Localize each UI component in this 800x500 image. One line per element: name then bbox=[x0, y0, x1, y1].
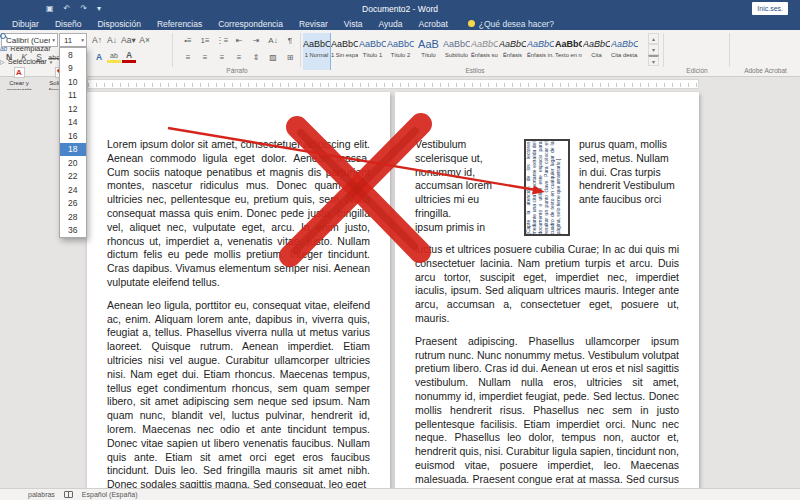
font-size-option-8[interactable]: 8 bbox=[60, 48, 86, 62]
adobe-group-label: Adobe Acrobat bbox=[731, 67, 800, 74]
font-size-dropdown[interactable]: 89101112141618202224262836 bbox=[59, 47, 87, 238]
style-card-3[interactable]: AaBbCTítulo 1 bbox=[359, 33, 386, 70]
quote-text-box[interactable]: [Capte la atención de los lectores media… bbox=[524, 139, 570, 236]
style-card-6[interactable]: AaBbCcDSubtítulo bbox=[443, 33, 470, 70]
clear-format-button[interactable]: A× bbox=[138, 33, 152, 47]
group-separator bbox=[729, 33, 730, 67]
decrease-indent-button[interactable]: ⇤ bbox=[231, 33, 247, 47]
style-card-12[interactable]: AaBbCcDcCita desta... bbox=[611, 33, 638, 70]
text-wrap-row: Vestibulum scelerisque ut, nonummy id, a… bbox=[415, 138, 679, 236]
font-size-combo[interactable]: 11 ▾ bbox=[59, 33, 87, 47]
font-size-option-36[interactable]: 36 bbox=[60, 224, 86, 238]
sort-button[interactable]: A↓ bbox=[265, 33, 281, 47]
style-card-4[interactable]: AaBbCcETítulo 2 bbox=[387, 33, 414, 70]
horizontal-ruler[interactable] bbox=[87, 79, 699, 89]
body-paragraph-3: luctus et ultrices posuere cubilia Curae… bbox=[415, 243, 679, 326]
font-family-combo[interactable]: Calibri (Cuerp ▾ bbox=[1, 33, 58, 47]
styles-scroll-down-button[interactable]: ▾ bbox=[648, 44, 659, 55]
style-card-9[interactable]: AaBbCcDcÉnfasis in... bbox=[527, 33, 554, 70]
tab-2-diseño[interactable]: Diseño bbox=[47, 17, 89, 30]
document-page-2[interactable]: Vestibulum scelerisque ut, nonummy id, a… bbox=[395, 92, 699, 488]
style-card-2[interactable]: AaBbCcDc1 Sin espa... bbox=[331, 33, 358, 70]
document-page-1[interactable]: Lorem ipsum dolor sit amet, consectetuer… bbox=[87, 92, 390, 488]
align-center-button[interactable]: ≡ bbox=[197, 50, 213, 64]
style-card-11[interactable]: AaBbCcDcCita bbox=[583, 33, 610, 70]
style-card-10[interactable]: AaBbCcDcTexto en n... bbox=[555, 33, 582, 70]
styles-gallery-more-button[interactable]: ▾ bbox=[648, 55, 659, 66]
tab-4-referencias[interactable]: Referencias bbox=[149, 17, 210, 30]
tab-6-revisar[interactable]: Revisar bbox=[291, 17, 336, 30]
undo-icon[interactable]: ↶ bbox=[64, 5, 71, 13]
font-size-option-26[interactable]: 26 bbox=[60, 197, 86, 211]
style-preview: AaBbCcDc bbox=[331, 34, 358, 52]
styles-scroll-up-button[interactable]: ▴ bbox=[648, 33, 659, 44]
paragraph-row2-buttons: ≡≡≡≡⇕▨⊞ bbox=[180, 50, 298, 64]
font-size-option-24[interactable]: 24 bbox=[60, 183, 86, 197]
word-window: ▣↶↷▾ Documento2 - Word Inic.ses. Dibujar… bbox=[0, 0, 800, 500]
style-card-7[interactable]: AaBbCcDcÉnfasis sutil bbox=[471, 33, 498, 70]
style-preview: AaBbCcDc bbox=[499, 34, 526, 52]
style-card-5[interactable]: AaBTítulo bbox=[415, 33, 442, 70]
tell-me-label: ¿Qué desea hacer? bbox=[479, 19, 554, 29]
underline-button[interactable]: S bbox=[32, 50, 46, 64]
styles-gallery-scrollbar: ▴ ▾ ▾ bbox=[648, 33, 659, 66]
redo-icon[interactable]: ↷ bbox=[80, 5, 87, 13]
style-preview: AaBbCcDc bbox=[303, 34, 330, 52]
tab-3-disposición[interactable]: Disposición bbox=[89, 17, 148, 30]
shrink-font-button[interactable]: A↓ bbox=[105, 33, 119, 47]
style-preview: AaBbCcDc bbox=[471, 34, 498, 52]
justify-button[interactable]: ≡ bbox=[231, 50, 247, 64]
numbering-button[interactable]: 1≡ bbox=[197, 33, 213, 47]
font-size-option-16[interactable]: 16 bbox=[60, 129, 86, 143]
increase-indent-button[interactable]: ⇥ bbox=[248, 33, 264, 47]
style-card-1[interactable]: AaBbCcDc1 Normal bbox=[303, 33, 330, 70]
tab-9-acrobat[interactable]: Acrobat bbox=[410, 17, 455, 30]
tab-5-correspondencia[interactable]: Correspondencia bbox=[210, 17, 291, 30]
wrap-text-left-a: Vestibulum scelerisque ut, nonummy id, a… bbox=[415, 138, 515, 221]
text-effects-button[interactable]: A bbox=[92, 50, 106, 64]
save-icon[interactable]: ▣ bbox=[46, 5, 54, 13]
style-card-8[interactable]: AaBbCcDcÉnfasis bbox=[499, 33, 526, 70]
font-size-option-9[interactable]: 9 bbox=[60, 62, 86, 76]
language-indicator[interactable]: Español (España) bbox=[82, 491, 138, 498]
line-spacing-button[interactable]: ⇕ bbox=[248, 50, 264, 64]
font-size-option-28[interactable]: 28 bbox=[60, 210, 86, 224]
shading-button[interactable]: ▨ bbox=[265, 50, 281, 64]
font-size-option-22[interactable]: 22 bbox=[60, 170, 86, 184]
bold-button[interactable]: N bbox=[2, 50, 16, 64]
highlight-button[interactable]: ab bbox=[107, 50, 121, 63]
sign-in-button[interactable]: Inic.ses. bbox=[752, 2, 788, 15]
font-size-option-18[interactable]: 18 bbox=[60, 143, 86, 157]
multilevel-list-button[interactable]: ⋮≡ bbox=[214, 33, 230, 47]
style-preview: AaBbCcDc bbox=[555, 34, 582, 52]
tab-7-vista[interactable]: Vista bbox=[336, 17, 371, 30]
word-count[interactable]: palabras bbox=[28, 491, 55, 498]
font-color-button[interactable]: A bbox=[122, 50, 136, 63]
font-family-value: Calibri (Cuerp bbox=[6, 36, 50, 45]
paragraph-group-label: Párrafo bbox=[180, 67, 294, 74]
italic-button[interactable]: K bbox=[17, 50, 31, 64]
tab-8-ayuda[interactable]: Ayuda bbox=[371, 17, 411, 30]
font-size-value: 11 bbox=[64, 36, 72, 45]
tab-1-dibujar[interactable]: Dibujar bbox=[4, 17, 47, 30]
paragraph-row1-buttons: •≡1≡⋮≡⇤⇥A↓¶ bbox=[180, 33, 298, 47]
font-size-option-20[interactable]: 20 bbox=[60, 156, 86, 170]
editing-group-label: Edición bbox=[666, 67, 728, 74]
pilcrow-button[interactable]: ¶ bbox=[282, 33, 298, 47]
font-size-option-12[interactable]: 12 bbox=[60, 102, 86, 116]
align-right-button[interactable]: ≡ bbox=[214, 50, 230, 64]
grow-font-button[interactable]: A↑ bbox=[90, 33, 104, 47]
style-preview: AaB bbox=[415, 34, 442, 52]
spellcheck-book-icon[interactable] bbox=[64, 491, 73, 498]
font-size-option-14[interactable]: 14 bbox=[60, 116, 86, 130]
bullets-button[interactable]: •≡ bbox=[180, 33, 196, 47]
style-name: 1 Normal bbox=[303, 52, 330, 58]
font-size-option-11[interactable]: 11 bbox=[60, 89, 86, 103]
customize-qat-icon[interactable]: ▾ bbox=[97, 5, 101, 13]
lightbulb-icon bbox=[468, 20, 475, 27]
align-left-button[interactable]: ≡ bbox=[180, 50, 196, 64]
borders-button[interactable]: ⊞ bbox=[282, 50, 298, 64]
tell-me-box[interactable]: ¿Qué desea hacer? bbox=[456, 19, 554, 29]
change-case-button[interactable]: Aa▾ bbox=[120, 33, 137, 47]
font-size-option-10[interactable]: 10 bbox=[60, 75, 86, 89]
